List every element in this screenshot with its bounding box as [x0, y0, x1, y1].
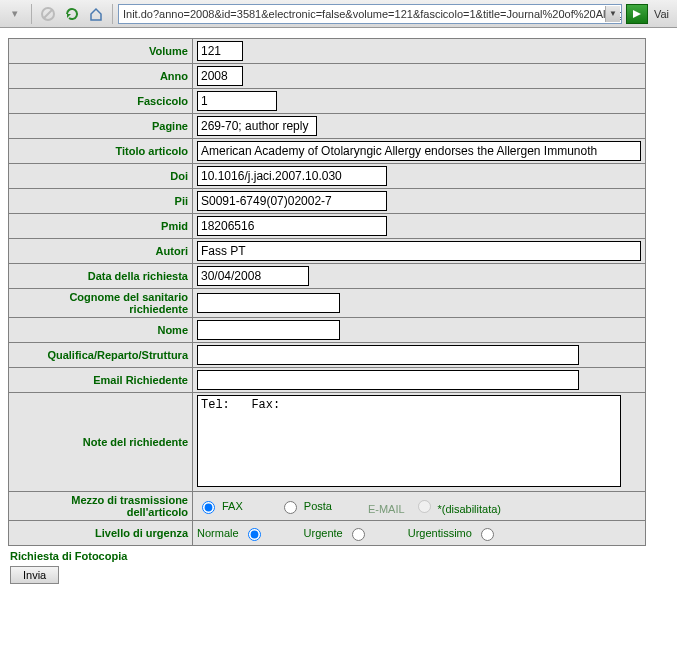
input-pmid[interactable]: [197, 216, 387, 236]
history-dropdown-icon[interactable]: ▾: [4, 3, 26, 25]
option-email-disabled: E-MAIL *(disabilitata): [368, 497, 501, 515]
page-body: Volume Anno Fascicolo Pagine Titolo arti…: [0, 28, 677, 596]
radio-fax-input[interactable]: [202, 501, 215, 514]
radio-urgentissimo-input[interactable]: [481, 528, 494, 541]
radio-urgente-input[interactable]: [352, 528, 365, 541]
radio-fax[interactable]: FAX: [197, 498, 243, 514]
radio-urgente-label: Urgente: [304, 527, 343, 539]
footer: Richiesta di Fotocopia Invia: [6, 548, 667, 586]
input-qualifica[interactable]: [197, 345, 579, 365]
mezzo-radio-row: FAX Posta E-MAIL *(disabilitata): [197, 495, 641, 517]
footer-title: Richiesta di Fotocopia: [10, 550, 663, 562]
input-pagine[interactable]: [197, 116, 317, 136]
go-button[interactable]: [626, 4, 648, 24]
request-form-table: Volume Anno Fascicolo Pagine Titolo arti…: [8, 38, 646, 546]
radio-posta-input[interactable]: [284, 501, 297, 514]
input-titolo[interactable]: [197, 141, 641, 161]
input-email[interactable]: [197, 370, 579, 390]
radio-posta-label: Posta: [304, 500, 332, 512]
input-pii[interactable]: [197, 191, 387, 211]
input-data-richiesta[interactable]: [197, 266, 309, 286]
label-fascicolo: Fascicolo: [9, 89, 193, 114]
refresh-icon[interactable]: [61, 3, 83, 25]
home-icon[interactable]: [85, 3, 107, 25]
toolbar-divider: [112, 4, 113, 24]
label-volume: Volume: [9, 39, 193, 64]
label-qualifica: Qualifica/Reparto/Struttura: [9, 343, 193, 368]
label-anno: Anno: [9, 64, 193, 89]
radio-normale-label: Normale: [197, 527, 239, 539]
radio-email-input: [418, 500, 431, 513]
input-cognome[interactable]: [197, 293, 340, 313]
email-option-label: E-MAIL: [368, 503, 404, 515]
label-cognome: Cognome del sanitario richiedente: [9, 289, 193, 318]
toolbar-divider: [31, 4, 32, 24]
address-text: Init.do?anno=2008&id=3581&electronic=fal…: [123, 8, 622, 20]
label-pagine: Pagine: [9, 114, 193, 139]
radio-normale-input[interactable]: [248, 528, 261, 541]
label-email: Email Richiedente: [9, 368, 193, 393]
label-autori: Autori: [9, 239, 193, 264]
label-titolo: Titolo articolo: [9, 139, 193, 164]
input-volume[interactable]: [197, 41, 243, 61]
label-data-richiesta: Data della richiesta: [9, 264, 193, 289]
stop-icon[interactable]: [37, 3, 59, 25]
email-disabled-suffix: *(disabilitata): [437, 503, 501, 515]
label-doi: Doi: [9, 164, 193, 189]
radio-posta[interactable]: Posta: [279, 498, 332, 514]
go-label: Vai: [650, 8, 673, 20]
label-livello: Livello di urgenza: [9, 521, 193, 546]
input-autori[interactable]: [197, 241, 641, 261]
address-dropdown-icon[interactable]: ▼: [605, 6, 620, 22]
submit-button[interactable]: Invia: [10, 566, 59, 584]
label-pii: Pii: [9, 189, 193, 214]
label-nome: Nome: [9, 318, 193, 343]
svg-line-1: [44, 10, 52, 18]
address-bar[interactable]: Init.do?anno=2008&id=3581&electronic=fal…: [118, 4, 622, 24]
browser-toolbar: ▾ Init.do?anno=2008&id=3581&electronic=f…: [0, 0, 677, 28]
label-mezzo: Mezzo di trasmissione dell'articolo: [9, 492, 193, 521]
input-anno[interactable]: [197, 66, 243, 86]
livello-radio-row: Normale Urgente Urgentissimo: [197, 523, 641, 543]
radio-fax-label: FAX: [222, 500, 243, 512]
textarea-note[interactable]: [197, 395, 621, 487]
input-nome[interactable]: [197, 320, 340, 340]
label-pmid: Pmid: [9, 214, 193, 239]
label-note: Note del richiedente: [9, 393, 193, 492]
input-doi[interactable]: [197, 166, 387, 186]
input-fascicolo[interactable]: [197, 91, 277, 111]
radio-urgentissimo-label: Urgentissimo: [408, 527, 472, 539]
